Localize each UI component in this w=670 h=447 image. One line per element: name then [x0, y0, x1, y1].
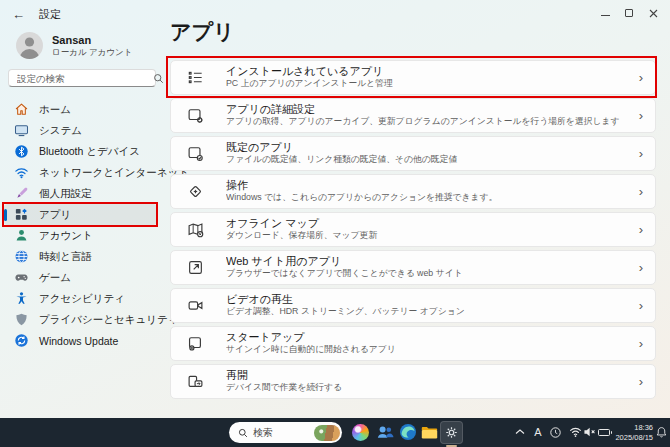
chevron-right-icon: ›: [639, 222, 643, 237]
notification-bell-icon[interactable]: [655, 426, 668, 439]
taskbar-search-label: 検索: [253, 426, 314, 440]
sidebar-item-label: ホーム: [39, 103, 71, 117]
setting-row-startup[interactable]: スタートアップサインイン時に自動的に開始されるアプリ ›: [170, 326, 656, 361]
sidebar-item-label: 個人用設定: [39, 187, 92, 201]
gear-icon: [444, 425, 459, 440]
setting-desc: ファイルの既定値、リンク種類の既定値、その他の既定値: [226, 154, 631, 165]
selected-indicator: [4, 209, 7, 221]
apps-icon: [14, 207, 29, 222]
home-icon: [14, 102, 29, 117]
sidebar-item-label: プライバシーとセキュリティ: [39, 313, 178, 327]
window-title: 設定: [39, 7, 61, 22]
maximize-icon: [625, 9, 633, 17]
settings-list: インストールされているアプリPC 上のアプリのアンインストールと管理 › アプリ…: [170, 60, 656, 399]
setting-row-installed-apps[interactable]: インストールされているアプリPC 上のアプリのアンインストールと管理 ›: [170, 60, 656, 95]
advanced-app-settings-icon: [187, 107, 204, 124]
setting-desc: デバイス間で作業を続行する: [226, 382, 631, 393]
setting-title: ビデオの再生: [226, 293, 631, 306]
chevron-right-icon: ›: [639, 184, 643, 199]
chevron-right-icon: ›: [639, 374, 643, 389]
ime-mode-indicator[interactable]: A: [531, 425, 545, 439]
avatar: [16, 32, 43, 59]
minimize-button[interactable]: [600, 8, 610, 18]
sidebar-item-label: システム: [39, 124, 82, 138]
taskbar-search[interactable]: 検索: [229, 422, 342, 443]
tray-chevron-up-icon[interactable]: [515, 428, 525, 436]
sidebar-item-label: アプリ: [39, 208, 71, 222]
settings-search-box[interactable]: [8, 69, 156, 87]
sidebar-item-label: Bluetooth とデバイス: [39, 145, 140, 159]
globe-icon: [14, 249, 29, 264]
sidebar-item-label: Windows Update: [39, 335, 118, 347]
sidebar-item-windows-update[interactable]: Windows Update: [4, 330, 157, 351]
setting-row-video-playback[interactable]: ビデオの再生ビデオ調整、HDR ストリーミング、バッテリー オプション ›: [170, 288, 656, 323]
sidebar-item-system[interactable]: システム: [4, 120, 157, 141]
start-button[interactable]: [206, 424, 223, 441]
wifi-status-icon[interactable]: [569, 426, 582, 438]
chevron-right-icon: ›: [639, 146, 643, 161]
taskbar: 検索 A 18:36 2025/08/15: [0, 418, 670, 447]
account-person-icon: [14, 228, 29, 243]
personalization-brush-icon: [14, 186, 29, 201]
setting-row-apps-for-websites[interactable]: Web サイト用のアプリブラウザーではなくアプリで開くことができる web サイ…: [170, 250, 656, 285]
sidebar-item-label: ゲーム: [39, 271, 71, 285]
resume-icon: [187, 373, 204, 390]
setting-desc: ブラウザーではなくアプリで開くことができる web サイト: [226, 268, 631, 279]
startup-icon: [187, 335, 204, 352]
tray-time: 18:36: [634, 423, 653, 433]
sidebar-item-privacy-security[interactable]: プライバシーとセキュリティ: [4, 309, 157, 330]
sidebar-item-home[interactable]: ホーム: [4, 99, 157, 120]
setting-desc: サインイン時に自動的に開始されるアプリ: [226, 344, 631, 355]
window-controls: [600, 0, 666, 26]
sidebar-nav: ホーム システム Bluetooth とデバイス ネットワークとインターネット …: [4, 99, 157, 351]
sidebar-item-personalization[interactable]: 個人用設定: [4, 183, 157, 204]
sidebar-item-apps[interactable]: アプリ: [4, 204, 157, 225]
sidebar-item-bluetooth-devices[interactable]: Bluetooth とデバイス: [4, 141, 157, 162]
setting-row-resume[interactable]: 再開デバイス間で作業を続行する ›: [170, 364, 656, 399]
setting-row-actions[interactable]: 操作Windows では、これらのアプリからのアクションを推奨できます。 ›: [170, 174, 656, 209]
maximize-button[interactable]: [624, 8, 634, 18]
clock-date[interactable]: 18:36 2025/08/15: [613, 422, 653, 443]
sidebar-item-label: アクセシビリティ: [39, 292, 125, 306]
user-account[interactable]: Sansan ローカル アカウント: [16, 32, 132, 59]
minimize-icon: [601, 15, 610, 16]
user-account-type: ローカル アカウント: [52, 47, 132, 58]
setting-row-offline-maps[interactable]: オフライン マップダウンロード、保存場所、マップ更新 ›: [170, 212, 656, 247]
system-icon: [14, 123, 29, 138]
setting-title: 既定のアプリ: [226, 141, 631, 154]
default-apps-icon: [187, 145, 204, 162]
file-explorer-icon[interactable]: [420, 423, 439, 442]
setting-title: オフライン マップ: [226, 217, 631, 230]
chevron-right-icon: ›: [639, 108, 643, 123]
tray-date: 2025/08/15: [615, 433, 653, 443]
close-button[interactable]: [648, 8, 658, 18]
titlebar: ← 設定: [0, 0, 670, 28]
offline-maps-icon: [187, 221, 204, 238]
sidebar-item-accessibility[interactable]: アクセシビリティ: [4, 288, 157, 309]
back-arrow-icon[interactable]: ←: [12, 7, 25, 22]
sidebar-item-label: ネットワークとインターネット: [39, 166, 189, 180]
installed-apps-icon: [187, 69, 204, 86]
active-app-indicator: [446, 445, 457, 447]
setting-title: スタートアップ: [226, 331, 631, 344]
setting-desc: ダウンロード、保存場所、マップ更新: [226, 230, 631, 241]
settings-app-button[interactable]: [440, 421, 463, 444]
sidebar-item-network-internet[interactable]: ネットワークとインターネット: [4, 162, 157, 183]
setting-row-advanced-app-settings[interactable]: アプリの詳細設定アプリの取得、アプリのアーカイブ、更新プログラムのアンインストー…: [170, 98, 656, 133]
sidebar-item-gaming[interactable]: ゲーム: [4, 267, 157, 288]
chevron-right-icon: ›: [639, 336, 643, 351]
sidebar-item-accounts[interactable]: アカウント: [4, 225, 157, 246]
setting-row-default-apps[interactable]: 既定のアプリファイルの既定値、リンク種類の既定値、その他の既定値 ›: [170, 136, 656, 171]
edge-browser-icon[interactable]: [399, 423, 417, 441]
battery-status-icon[interactable]: [598, 428, 612, 436]
settings-search-input[interactable]: [9, 70, 153, 86]
tray-clock-icon[interactable]: [549, 426, 562, 439]
teams-icon[interactable]: [376, 423, 394, 441]
search-highlight-thumbnail[interactable]: [314, 425, 340, 441]
sidebar-item-label: アカウント: [39, 229, 93, 243]
close-icon: [649, 9, 658, 18]
copilot-icon[interactable]: [352, 424, 369, 441]
volume-muted-icon[interactable]: [583, 426, 597, 438]
setting-title: アプリの詳細設定: [226, 103, 631, 116]
sidebar-item-time-language[interactable]: 時刻と言語: [4, 246, 157, 267]
